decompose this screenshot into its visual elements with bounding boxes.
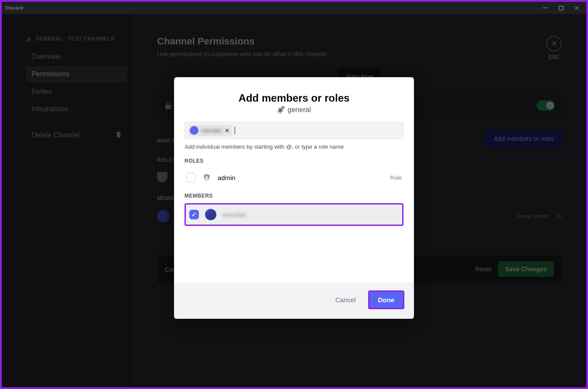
maximize-button[interactable] xyxy=(555,3,567,13)
modal-title: Add members or roles xyxy=(185,92,403,104)
checkbox-checked[interactable]: ✓ xyxy=(189,210,199,219)
role-meta: Role xyxy=(390,174,402,181)
modal-channel-row: general xyxy=(185,106,403,114)
role-option-admin[interactable]: admin Role xyxy=(185,168,403,187)
modal-members-label: MEMBERS xyxy=(185,193,403,199)
svg-point-6 xyxy=(206,176,208,177)
role-name: admin xyxy=(218,174,236,181)
add-members-modal: Add members or roles general member ✕ xyxy=(174,77,414,319)
hash-lock-icon xyxy=(277,106,285,114)
search-input[interactable] xyxy=(235,126,400,134)
window-controls xyxy=(539,3,583,13)
shield-icon xyxy=(202,173,212,182)
search-box[interactable]: member ✕ xyxy=(185,122,403,139)
titlebar: Discord xyxy=(2,2,586,14)
member-option[interactable]: ✓ member xyxy=(185,203,403,226)
cancel-button[interactable]: Cancel xyxy=(335,296,356,304)
modal-roles-label: ROLES xyxy=(185,158,403,164)
member-name: member xyxy=(222,211,246,218)
done-button[interactable]: Done xyxy=(368,290,405,309)
chip-name: member xyxy=(201,127,222,134)
close-window-button[interactable] xyxy=(571,3,583,13)
app-name: Discord xyxy=(5,5,23,10)
svg-rect-5 xyxy=(283,107,284,108)
minimize-button[interactable] xyxy=(539,3,551,13)
selected-chip: member ✕ xyxy=(188,125,232,136)
modal-footer: Cancel Done xyxy=(174,283,414,319)
search-hint: Add individual members by starting with … xyxy=(185,143,403,150)
avatar xyxy=(205,209,216,220)
remove-chip-icon[interactable]: ✕ xyxy=(225,127,229,134)
modal-channel-name: general xyxy=(287,106,311,114)
checkbox[interactable] xyxy=(186,173,196,182)
svg-rect-1 xyxy=(559,6,563,10)
avatar xyxy=(190,126,198,135)
modal-overlay: Add members or roles general member ✕ xyxy=(2,14,586,387)
